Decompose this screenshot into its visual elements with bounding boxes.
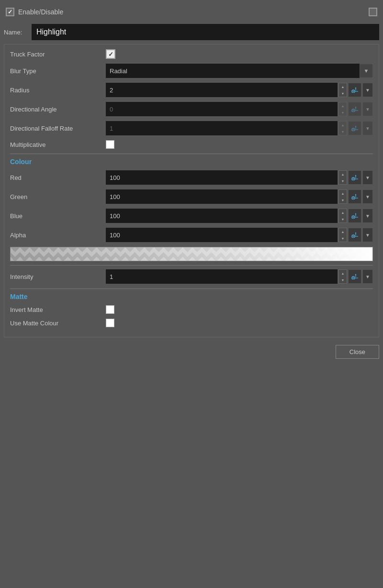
svg-point-6 [353,110,354,111]
green-keyframe-button[interactable] [348,189,361,204]
red-up-icon[interactable]: ▲ [339,171,347,178]
green-dropdown-button[interactable]: ▼ [362,189,373,204]
red-dropdown-button[interactable]: ▼ [362,170,373,185]
green-down-icon[interactable]: ▼ [339,197,347,203]
intensity-input[interactable] [106,269,338,284]
green-spinner[interactable]: ▲ ▼ [338,189,347,204]
svg-point-36 [353,277,354,278]
divider-3 [10,288,373,289]
blue-down-icon[interactable]: ▼ [339,216,347,222]
directional-falloff-input [106,121,338,135]
invert-matte-checkbox[interactable] [106,305,114,314]
footer: Close [4,341,379,361]
divider-1 [10,154,373,154]
red-keyframe-button[interactable] [348,170,361,185]
alpha-keyframe-button[interactable] [348,228,361,242]
intensity-keyframe-button[interactable] [348,269,361,284]
red-input[interactable] [106,170,338,185]
directional-falloff-dropdown-button: ▼ [362,121,373,135]
directional-falloff-control: ▲ ▼ ▼ [106,121,373,135]
truck-factor-checkbox[interactable] [106,49,115,59]
directional-angle-keyframe-button [348,102,361,116]
intensity-control: ▲ ▼ ▼ [106,269,373,284]
radius-down-icon[interactable]: ▼ [339,90,347,97]
blur-type-row: Blur Type Radial Linear Zoom ▼ [10,64,373,78]
green-label: Green [10,193,106,200]
invert-matte-control [106,305,373,314]
multiplicative-control [106,140,373,149]
directional-falloff-down-icon: ▼ [339,128,347,135]
red-label: Red [10,174,106,181]
red-down-icon[interactable]: ▼ [339,178,347,184]
alpha-down-icon[interactable]: ▼ [339,235,347,242]
svg-point-1 [353,91,354,92]
directional-angle-control: ▲ ▼ ▼ [106,102,373,116]
directional-angle-keyframe-icon [351,106,358,112]
red-row: Red ▲ ▼ [10,170,373,185]
red-control: ▲ ▼ ▼ [106,170,373,185]
radius-keyframe-button[interactable] [348,83,361,97]
use-matte-colour-control [106,319,373,327]
directional-angle-row: Directional Angle ▲ ▼ [10,102,373,116]
enable-checkbox[interactable] [6,8,14,16]
directional-angle-down-icon: ▼ [339,109,347,116]
radius-up-icon[interactable]: ▲ [339,83,347,90]
invert-matte-row: Invert Matte [10,305,373,314]
name-input[interactable] [32,24,379,40]
alpha-row: Alpha ▲ ▼ [10,228,373,242]
blur-type-select-wrapper: Radial Linear Zoom ▼ [106,64,373,78]
directional-falloff-keyframe-button [348,121,361,135]
svg-point-4 [355,88,356,89]
green-row: Green ▲ ▼ [10,189,373,204]
svg-point-34 [355,233,356,233]
directional-falloff-keyframe-icon [351,125,358,131]
alpha-up-icon[interactable]: ▲ [339,228,347,235]
intensity-keyframe-icon [351,274,358,279]
blur-type-select[interactable]: Radial Linear Zoom [106,64,373,78]
green-input[interactable] [106,189,338,204]
green-keyframe-icon [351,194,358,200]
alpha-spinner[interactable]: ▲ ▼ [338,228,347,242]
svg-point-31 [353,236,354,237]
svg-point-29 [355,213,356,214]
extra-checkbox[interactable] [369,8,377,16]
name-row: Name: [4,24,379,40]
directional-angle-dropdown-button: ▼ [362,102,373,116]
intensity-up-icon[interactable]: ▲ [339,270,347,277]
blue-keyframe-button[interactable] [348,209,361,223]
svg-point-14 [355,126,356,127]
svg-point-9 [355,107,356,108]
red-spinner[interactable]: ▲ ▼ [338,170,347,185]
alpha-control: ▲ ▼ ▼ [106,228,373,242]
color-preview-bar[interactable] [10,247,373,261]
multiplicative-checkbox[interactable] [106,140,114,149]
directional-falloff-label: Directional Falloff Rate [10,125,106,132]
truck-factor-control [106,49,373,59]
alpha-input[interactable] [106,228,338,242]
svg-point-11 [353,129,354,130]
close-button[interactable]: Close [336,345,379,359]
radius-spinner[interactable]: ▲ ▼ [338,83,347,97]
intensity-label: Intensity [10,273,106,280]
green-up-icon[interactable]: ▲ [339,190,347,197]
blue-spinner[interactable]: ▲ ▼ [338,209,347,223]
directional-angle-label: Directional Angle [10,106,106,113]
blue-dropdown-button[interactable]: ▼ [362,209,373,223]
radius-control: ▲ ▼ ▼ [106,83,373,97]
blur-type-label: Blur Type [10,67,106,75]
use-matte-colour-label: Use Matte Colour [10,320,106,327]
blue-control: ▲ ▼ ▼ [106,209,373,223]
truck-factor-label: Truck Factor [10,51,106,58]
alpha-dropdown-button[interactable]: ▼ [362,228,373,242]
name-label: Name: [4,29,28,36]
intensity-dropdown-button[interactable]: ▼ [362,269,373,284]
blue-label: Blue [10,212,106,220]
blue-up-icon[interactable]: ▲ [339,209,347,216]
radius-dropdown-button[interactable]: ▼ [362,83,373,97]
blue-input[interactable] [106,209,338,223]
intensity-down-icon[interactable]: ▼ [339,277,347,283]
use-matte-colour-checkbox[interactable] [106,319,114,327]
intensity-spinner[interactable]: ▲ ▼ [338,269,347,284]
radius-input[interactable] [106,83,338,97]
radius-label: Radius [10,87,106,94]
